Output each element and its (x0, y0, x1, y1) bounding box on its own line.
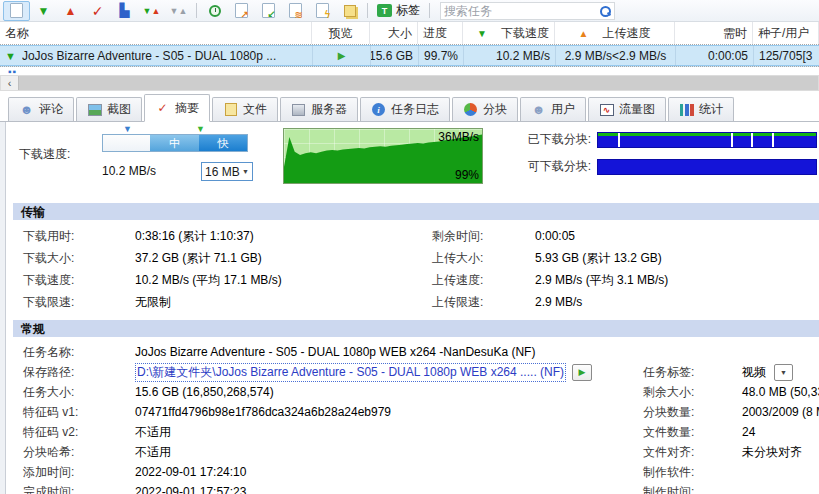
import-task-button[interactable]: ↙ (255, 1, 282, 21)
updown-rate-disabled-button[interactable]: ▼▲ (165, 1, 192, 21)
field-value: 无限制 (135, 294, 171, 311)
toolbar-separator (367, 3, 368, 18)
column-time-left[interactable]: 需时 (675, 22, 753, 44)
comment-person-icon: ☻ (19, 103, 34, 117)
search-input[interactable] (444, 4, 599, 18)
tab-users[interactable]: ☻用户 (520, 97, 586, 121)
task-name: JoJos Bizarre Adventure - S05 - DUAL 108… (22, 49, 276, 63)
summary-check-icon: ✓ (155, 101, 170, 115)
field-label: 特征码 v2: (23, 424, 135, 441)
move-task-up-button[interactable]: ↗ (228, 1, 255, 21)
cache-size-dropdown[interactable]: 16 MB▼ (201, 162, 253, 181)
partial-task-icon: ▪▪ (8, 67, 17, 75)
field-value: 2.9 MB/s (平均 3.1 MB/s) (535, 272, 668, 289)
app-window: { "toolbar": { "tag_button_label": "标签",… (0, 0, 819, 494)
scroll-left-arrow[interactable]: ‹ (1, 76, 18, 90)
field-label: 下载速度: (23, 272, 135, 289)
field-value: 2.9 MB/s (535, 295, 582, 309)
task-progress: 99.7% (418, 45, 463, 66)
search-icon[interactable] (599, 5, 611, 17)
scrollbar-thumb[interactable] (18, 76, 818, 90)
field-label: 下载限速: (23, 294, 135, 311)
updown-rate-button[interactable]: ▼▲ (138, 1, 165, 21)
field-label: 分块哈希: (23, 444, 135, 461)
task-row-selected[interactable]: ▼JoJos Bizarre Adventure - S05 - DUAL 10… (0, 45, 819, 67)
blue-slider-marker-icon[interactable]: ▼ (123, 124, 132, 134)
tab-statistics[interactable]: 统计 (668, 97, 734, 121)
finish-task-button[interactable]: ✓ (84, 1, 111, 21)
start-task-button[interactable]: ▼ (30, 1, 57, 21)
clock-icon (209, 5, 221, 17)
field-label: 特征码 v1: (23, 404, 135, 421)
rss-icon: ≋ (289, 3, 302, 18)
task-list-header: 名称 预览 大小 进度 ▼下载速度 ▲上传速度 需时 种子/用户 (0, 22, 819, 45)
doc-green-arrow-icon: ↙ (262, 3, 275, 18)
column-size[interactable]: 大小 (370, 22, 418, 44)
task-upload-speed: 2.9 MB/s<2.9 MB/s (555, 45, 675, 66)
field-label: 任务大小: (23, 384, 135, 401)
pie-chart-icon (464, 103, 477, 116)
task-row-partial[interactable]: ▪▪ (0, 67, 819, 75)
column-seeds-peers[interactable]: 种子/用户 (753, 22, 819, 44)
new-task-icon (10, 3, 23, 18)
slider-fast-segment[interactable]: 快 (199, 135, 247, 151)
slider-mid-segment[interactable]: 中 (150, 135, 198, 151)
bar-chart-icon (680, 104, 694, 116)
tag-dropdown-button[interactable]: ▼ (774, 364, 793, 381)
field-label: 下载大小: (23, 250, 135, 267)
tab-pieces[interactable]: 分块 (452, 97, 518, 121)
preview-play-icon[interactable]: ▶ (338, 50, 346, 61)
downloading-state-icon: ▼ (5, 50, 16, 62)
batch-button[interactable] (336, 1, 363, 21)
column-upload-speed[interactable]: ▲上传速度 (555, 22, 675, 44)
column-name[interactable]: 名称 (0, 22, 312, 44)
current-speed-value: 10.2 MB/s (102, 164, 156, 178)
tab-summary[interactable]: ✓摘要 (144, 94, 210, 122)
new-task-button[interactable] (3, 1, 30, 21)
scheduler-button[interactable] (201, 1, 228, 21)
notes-icon (344, 5, 356, 17)
user-icon: ☻ (531, 103, 546, 117)
tab-files[interactable]: 文件 (212, 97, 278, 121)
stop-task-button[interactable]: ▲ (57, 1, 84, 21)
tab-servers[interactable]: 服务器 (280, 97, 358, 121)
files-icon (225, 103, 237, 116)
save-path-link[interactable]: D:\新建文件夹\JoJos Bizarre Adventure - S05 -… (135, 363, 566, 382)
field-value: 2003/2009 (8 M (742, 405, 819, 419)
rss-button[interactable]: ≋ (282, 1, 309, 21)
tab-comments[interactable]: ☻评论 (8, 97, 74, 121)
tab-screenshots[interactable]: 截图 (76, 97, 142, 121)
detail-tab-bar: ☻评论 截图 ✓摘要 文件 服务器 i任务日志 分块 ☻用户 ∿流量图 统计 (0, 92, 819, 122)
open-folder-play-button[interactable]: ▶ (572, 364, 592, 381)
speed-limit-slider[interactable]: ▼ ▼ 中 快 (102, 134, 248, 152)
field-value: 37.2 GB (累计 71.1 GB) (135, 250, 262, 267)
field-label: 上传速度: (432, 272, 535, 289)
horizontal-scrollbar: ‹ (0, 75, 819, 91)
field-label: 上传大小: (432, 250, 535, 267)
main-toolbar: ▼ ▲ ✓ ▙ ▼▲ ▼▲ ↗ ↙ ≋ ϟ T标签 (0, 0, 819, 22)
blue-chart-icon: ▙ (120, 3, 130, 18)
slider-slow-segment[interactable] (103, 135, 150, 151)
tag-icon: T (377, 4, 392, 17)
tab-task-log[interactable]: i任务日志 (360, 97, 450, 121)
green-slider-marker-icon[interactable]: ▼ (196, 124, 205, 134)
tab-traffic[interactable]: ∿流量图 (588, 97, 666, 121)
column-preview[interactable]: 预览 (312, 22, 370, 44)
field-label: 完成时间: (23, 484, 135, 494)
boost-button[interactable]: ϟ (309, 1, 336, 21)
column-progress[interactable]: 进度 (418, 22, 463, 44)
column-download-speed[interactable]: ▼下载速度 (463, 22, 555, 44)
red-check-icon: ✓ (92, 3, 104, 19)
field-label: 下载用时: (23, 228, 135, 245)
field-label: 剩余大小: (643, 384, 742, 401)
general-section: 常规 任务名称:JoJos Bizarre Adventure - S05 - … (5, 320, 819, 494)
task-size: 15.6 GB (370, 45, 418, 66)
info-icon: i (372, 103, 385, 116)
stats-button[interactable]: ▙ (111, 1, 138, 21)
gray-down-arrow-icon: ▼ (170, 6, 179, 16)
transfer-section-header: 传输 (13, 203, 819, 220)
field-value: 不适用 (135, 444, 171, 461)
field-value: 48.0 MB (50,33 (742, 385, 819, 399)
screenshot-icon (88, 104, 102, 116)
tag-filter-button[interactable]: T标签 (372, 1, 425, 21)
